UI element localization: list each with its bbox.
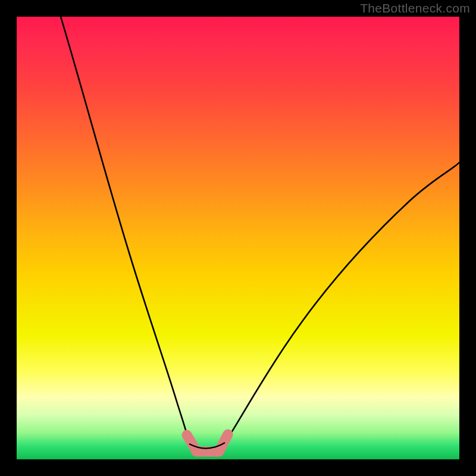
chart-frame: TheBottleneck.com — [0, 0, 476, 476]
watermark-label: TheBottleneck.com — [360, 1, 470, 15]
left-curve — [61, 17, 189, 444]
bottom-highlight — [187, 434, 228, 452]
right-curve — [225, 162, 459, 443]
curve-overlay — [17, 17, 459, 459]
plot-area — [17, 17, 459, 459]
